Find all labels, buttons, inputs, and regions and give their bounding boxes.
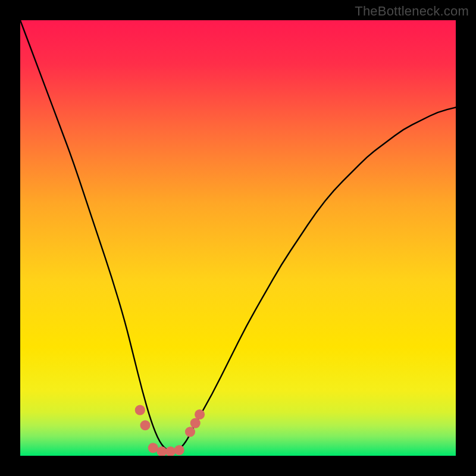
marker-bead — [185, 427, 195, 437]
marker-bead — [135, 405, 145, 415]
marker-bead — [195, 409, 205, 419]
chart-frame: TheBottleneck.com — [0, 0, 476, 476]
gradient-bg — [20, 20, 456, 456]
watermark-text: TheBottleneck.com — [355, 4, 469, 19]
plot-area — [20, 20, 456, 456]
chart-svg — [20, 20, 456, 456]
marker-bead — [148, 443, 158, 453]
marker-bead — [174, 445, 184, 455]
marker-bead — [140, 420, 151, 430]
marker-bead — [190, 418, 201, 428]
